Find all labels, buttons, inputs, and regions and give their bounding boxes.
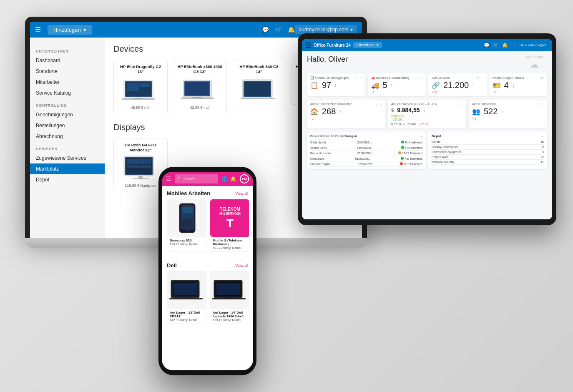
cloud-icon: ☁ [526,59,543,70]
svg-rect-36 [182,207,193,214]
laptop-sidebar: UNTERNEHMEN Dashboard Standorte Mitarbei… [30,38,105,238]
svg-rect-4 [134,98,143,99]
svg-rect-31 [132,178,149,179]
up-arrow-icon: ↑ [501,109,503,114]
bell-icon[interactable]: 🔔 [230,176,236,182]
phone-product-samsung[interactable]: Samsung S20 €39.29 mthly. Rental [167,199,206,252]
bell-icon[interactable]: 🔔 [288,26,295,33]
dash-card-delta: - 2 [493,91,544,94]
view-all-button[interactable]: View all [235,264,248,268]
dash-card-title: 🚚 Services in Auslieferung → ⋮ [371,76,423,80]
sidebar-item-standorte[interactable]: Standorte [30,66,105,77]
view-all-button[interactable]: View all [235,191,248,196]
einstellungen-title: Bevorstehende Einstellungen → [310,134,422,138]
dash-card-kosten[interactable]: Aktuelle Kosten (2. Juni – 1. Juli) → ⋮ … [388,100,466,128]
product-info: Mobile S (Telekom Business) €31.72 mthly… [210,237,249,251]
dash-card-value: 268 [322,107,336,116]
dash-card-mitarbeiter[interactable]: Aktive Mitarbeiter + ⋮ 👥 522 ↑ + 2 [469,100,547,128]
arrow-icon: → [374,102,378,106]
sidebar-item-zugewiesene[interactable]: Zugewiesene Services [30,153,105,163]
search-icon: 🔍 [177,177,182,181]
dash-card-delta: - 1 [310,117,382,120]
product-image [120,155,161,180]
svg-rect-29 [140,165,151,168]
product-name: HP Elite Dragonfly G2 13" [118,64,163,75]
depot-item: Geräte 18 [432,140,544,145]
tablet-hinzufuegen-button[interactable]: Hinzufügen ▾ [353,42,382,48]
card-icon-large: 📋 [310,81,319,89]
svg-rect-27 [127,159,151,164]
sidebar-item-mitarbeiter[interactable]: Mitarbeiter [30,77,105,88]
dash-card-auslieferung[interactable]: 🚚 Services in Auslieferung → ⋮ 🚚 5 ↑ - 1 [368,73,426,96]
product-price: 42,99 € mtl. [177,106,222,110]
user-email-button[interactable]: audrey.miller@hp.com ▾ [295,25,357,34]
phone-product-latitude[interactable]: Auf Lager - 14' Dell Latitude 7400 2-in-… [210,271,249,324]
hamburger-icon[interactable]: ☰ [166,176,171,182]
sidebar-item-servicekatalog[interactable]: Service Katalog [30,88,105,98]
product-price: €39.29 mthly. Rental [170,242,204,246]
hamburger-icon[interactable]: ☰ [35,26,41,34]
sidebar-item-abrechnung[interactable]: Abrechnung [30,131,105,142]
sidebar-section-services: SERVICES [30,142,105,153]
dash-card-title: Offene Support Tickets ↗ [493,76,544,80]
list-item: James Davis 15/05/2021 Full delivered [310,145,422,151]
dash-card-depot: Depot → Geräte 18 Display/ accessories 5 [428,132,547,169]
cart-icon[interactable]: 🛒 [493,43,499,48]
dash-card-genehmigungen[interactable]: 📋 Offene Genehmigungen → ⋮ 📋 97 ↑ [307,73,365,96]
dash-card-homeoffice[interactable]: Aktive HomeOffice Mitarbeiter → ⋮ 🏠 268 … [307,100,385,128]
card-more-icon: ⋮ [460,102,463,106]
search-bar[interactable]: 🔍 Search [175,174,218,183]
tablet-topbar: ☰ Office Furniture 24 Hinzufügen ▾ 💬 🛒 🔔… [302,39,552,51]
card-more-icon: ⋮ [540,102,544,106]
card-icon-large: 🎫 [493,81,501,89]
dash-card-support-tickets[interactable]: Offene Support Tickets ↗ 🎫 4 ↓ - 2 [489,73,548,96]
sidebar-item-dashboard[interactable]: Dashboard [30,55,105,66]
sidebar-item-depot[interactable]: Depot [30,174,105,185]
phone-product-telekom[interactable]: TELEKOMBUSINESS T Mobile S (Telekom Busi… [210,199,249,252]
bell-icon[interactable]: 🔔 [502,43,508,48]
product-name: Auf Lager - 14' Dell Latitude 7400 2-in-… [213,311,246,318]
svg-rect-15 [241,98,275,99]
phone-product-xps13[interactable]: Auf Lager - 13' Dell XPS13 €42.99 mthly.… [167,271,206,324]
svg-rect-49 [224,297,234,299]
section-header-mobiles: Mobiles Arbeiten View all [162,186,253,199]
card-action-arrow: → [354,76,357,80]
product-card-elitebook840[interactable]: HP EliteBook 840 G8 14" [232,60,286,110]
sidebar-item-genehmigungen[interactable]: Genehmigungen [30,109,105,120]
sidebar-section-unternehmen: UNTERNEHMEN [30,44,105,55]
product-image [238,77,280,102]
tablet-device: ☰ Office Furniture 24 Hinzufügen ▾ 💬 🛒 🔔… [298,33,556,225]
dash-card-alle-services[interactable]: Alle Services + ⋮ 🔗 21.200 ↑ + 21 [428,73,487,96]
dash-card-title: Alle Services + ⋮ [432,76,483,80]
svg-rect-6 [140,83,150,87]
cart-icon[interactable]: 🛒 [275,26,282,33]
dash-card-title: Aktuelle Kosten (2. Juni – 1. Juli) → ⋮ [391,102,463,106]
message-icon[interactable]: 💬 [484,43,490,48]
sidebar-item-bestellungen[interactable]: Bestellungen [30,120,105,131]
card-icon-large: $ [391,108,394,113]
product-card-elitebook-x360[interactable]: HP EliteBook x360 1030 G8 13" [173,60,227,114]
arrow-down-icon: ↓ [423,107,426,113]
product-image [167,199,206,237]
sidebar-item-marktplatz[interactable]: Marktplatz [30,163,105,174]
avatar-icon[interactable]: 👤 [511,43,517,48]
card-action-arrow: → [415,76,418,80]
product-name: Samsung S20 [170,239,204,242]
pm-avatar[interactable]: PM [240,174,249,183]
svg-rect-9 [185,82,209,95]
hinzufuegen-button[interactable]: Hinzufügen ▾ [48,25,92,35]
dash-card-value: 9.984,55 [397,107,420,113]
product-info: Auf Lager - 14' Dell Latitude 7400 2-in-… [210,309,249,324]
hamburger-icon[interactable]: ☰ [305,41,311,49]
svg-rect-5 [127,83,139,91]
dell-products-row: Auf Lager - 13' Dell XPS13 €42.99 mthly.… [162,271,253,328]
globe-icon[interactable]: 🌐 [221,176,228,182]
phone-toolbar-icons: 🌐 🔔 [221,176,236,182]
product-card-dragonfly[interactable]: HP Elite Dragonfly G2 13" [113,60,168,114]
card-icon: 🚚 [371,76,375,80]
card-icon-large: 🚚 [371,81,379,89]
dash-card-value: 522 [484,107,498,116]
dash-card-title: Aktive Mitarbeiter + ⋮ [472,102,544,106]
message-icon[interactable]: 💬 [262,26,269,33]
svg-rect-14 [244,82,270,96]
